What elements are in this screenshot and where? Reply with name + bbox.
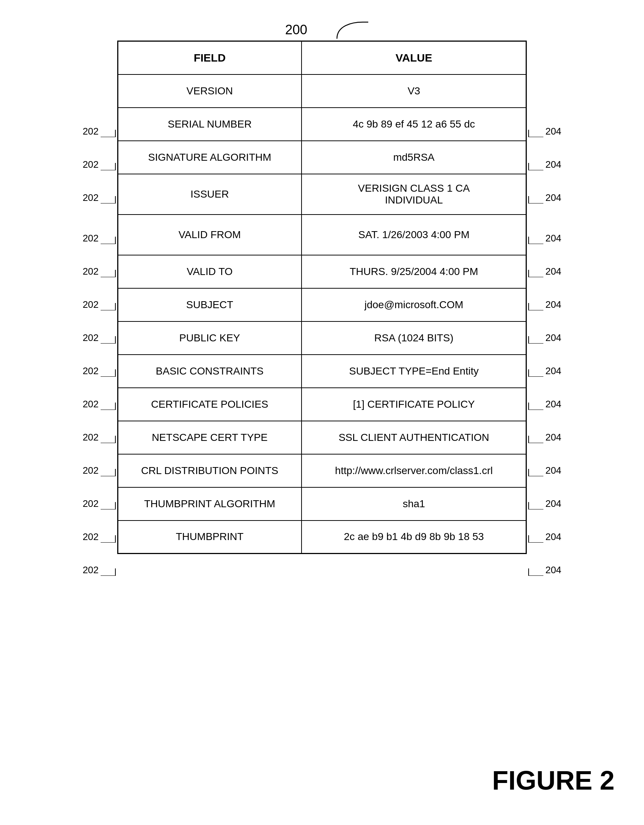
left-label-row-3: 202 <box>83 173 117 206</box>
bracket-right-13-icon <box>527 533 545 542</box>
field-issuer: ISSUER <box>117 174 301 215</box>
left-label-row-6: 202 <box>83 280 117 313</box>
field-serial-number: SERIAL NUMBER <box>117 108 301 141</box>
field-crl-distribution-points: CRL DISTRIBUTION POINTS <box>117 454 301 487</box>
right-label-row-11: 204 <box>527 446 561 479</box>
value-version: V3 <box>301 74 527 108</box>
left-label-row-12: 202 <box>83 479 117 512</box>
left-label-row-14: 202 <box>83 545 117 579</box>
table-row: SERIAL NUMBER 4c 9b 89 ef 45 12 a6 55 dc <box>117 108 527 141</box>
field-netscape-cert-type: NETSCAPE CERT TYPE <box>117 421 301 454</box>
right-label-row-3: 204 <box>527 173 561 206</box>
bracket-left-7-icon <box>99 334 117 344</box>
field-public-key: PUBLIC KEY <box>117 321 301 355</box>
value-serial-number: 4c 9b 89 ef 45 12 a6 55 dc <box>301 108 527 141</box>
value-basic-constraints: SUBJECT TYPE=End Entity <box>301 355 527 388</box>
bracket-left-4-icon <box>99 235 117 244</box>
field-thumbprint: THUMBPRINT <box>117 521 301 554</box>
left-label-row-8: 202 <box>83 346 117 380</box>
value-subject: jdoe@microsoft.COM <box>301 288 527 321</box>
value-netscape-cert-type: SSL CLIENT AUTHENTICATION <box>301 421 527 454</box>
left-label-row-11: 202 <box>83 446 117 479</box>
bracket-right-11-icon <box>527 467 545 476</box>
field-thumbprint-algorithm: THUMBPRINT ALGORITHM <box>117 487 301 521</box>
field-version: VERSION <box>117 74 301 108</box>
right-label-row-12: 204 <box>527 479 561 512</box>
table-row: SIGNATURE ALGORITHM md5RSA <box>117 141 527 174</box>
table-row: CRL DISTRIBUTION POINTS http://www.crlse… <box>117 454 527 487</box>
left-label-row-9: 202 <box>83 380 117 413</box>
bracket-left-9-icon <box>99 401 117 410</box>
table-row: ISSUER VERISIGN CLASS 1 CAINDIVIDUAL <box>117 174 527 215</box>
table-row: VALID TO THURS. 9/25/2004 4:00 PM <box>117 255 527 288</box>
right-label-row-14: 204 <box>527 545 561 579</box>
bracket-right-10-icon <box>527 434 545 443</box>
table-row: NETSCAPE CERT TYPE SSL CLIENT AUTHENTICA… <box>117 421 527 454</box>
value-signature-algorithm: md5RSA <box>301 141 527 174</box>
bracket-right-6-icon <box>527 301 545 311</box>
certificate-table: FIELD VALUE VERSION V3 SERIAL NUMBER 4c … <box>117 40 527 554</box>
arrow-200-icon <box>304 19 370 40</box>
bracket-right-2-icon <box>527 161 545 170</box>
right-label-row-13: 204 <box>527 512 561 545</box>
field-basic-constraints: BASIC CONSTRAINTS <box>117 355 301 388</box>
left-label-row-5: 202 <box>83 247 117 280</box>
bracket-left-3-icon <box>99 194 117 204</box>
right-label-row-9: 204 <box>527 380 561 413</box>
field-certificate-policies: CERTIFICATE POLICIES <box>117 388 301 421</box>
bracket-right-9-icon <box>527 401 545 410</box>
bracket-right-14-icon <box>527 567 545 576</box>
page-container: 200 202 202 202 <box>0 0 644 825</box>
field-header: FIELD <box>117 41 301 74</box>
right-label-row-7: 204 <box>527 313 561 346</box>
field-subject: SUBJECT <box>117 288 301 321</box>
left-label-row-13: 202 <box>83 512 117 545</box>
table-row: SUBJECT jdoe@microsoft.COM <box>117 288 527 321</box>
table-row: VERSION V3 <box>117 74 527 108</box>
field-signature-algorithm: SIGNATURE ALGORITHM <box>117 141 301 174</box>
table-row: VALID FROM SAT. 1/26/2003 4:00 PM <box>117 215 527 255</box>
table-row: THUMBPRINT ALGORITHM sha1 <box>117 487 527 521</box>
bracket-right-12-icon <box>527 500 545 510</box>
bracket-left-11-icon <box>99 467 117 476</box>
bracket-right-7-icon <box>527 334 545 344</box>
right-label-row-10: 204 <box>527 413 561 446</box>
bracket-right-5-icon <box>527 268 545 277</box>
bracket-left-12-icon <box>99 500 117 510</box>
right-label-row-6: 204 <box>527 280 561 313</box>
figure-label: FIGURE 2 <box>492 765 615 796</box>
value-certificate-policies: [1] CERTIFICATE POLICY <box>301 388 527 421</box>
bracket-left-5-icon <box>99 268 117 277</box>
bracket-left-2-icon <box>99 161 117 170</box>
right-label-row-2: 204 <box>527 140 561 173</box>
value-thumbprint: 2c ae b9 b1 4b d9 8b 9b 18 53 <box>301 521 527 554</box>
value-header: VALUE <box>301 41 527 74</box>
value-crl-distribution-points: http://www.crlserver.com/class1.crl <box>301 454 527 487</box>
table-row: PUBLIC KEY RSA (1024 BITS) <box>117 321 527 355</box>
right-label-row-5: 204 <box>527 247 561 280</box>
table-row: CERTIFICATE POLICIES [1] CERTIFICATE POL… <box>117 388 527 421</box>
bracket-right-1-icon <box>527 128 545 137</box>
bracket-right-8-icon <box>527 368 545 377</box>
left-label-row-4: 202 <box>83 206 117 247</box>
right-label-row-1: 204 <box>527 107 561 140</box>
value-valid-from: SAT. 1/26/2003 4:00 PM <box>301 215 527 255</box>
left-label-row-7: 202 <box>83 313 117 346</box>
right-labels-column: 204 204 204 204 <box>527 40 561 579</box>
bracket-left-6-icon <box>99 301 117 311</box>
table-row: THUMBPRINT 2c ae b9 b1 4b d9 8b 9b 18 53 <box>117 521 527 554</box>
right-label-row-4: 204 <box>527 206 561 247</box>
bracket-left-14-icon <box>99 567 117 576</box>
left-labels-column: 202 202 202 202 <box>83 40 117 579</box>
bracket-right-3-icon <box>527 194 545 204</box>
bracket-left-10-icon <box>99 434 117 443</box>
right-label-row-8: 204 <box>527 346 561 380</box>
field-valid-to: VALID TO <box>117 255 301 288</box>
left-label-row-1: 202 <box>83 107 117 140</box>
field-valid-from: VALID FROM <box>117 215 301 255</box>
table-row: BASIC CONSTRAINTS SUBJECT TYPE=End Entit… <box>117 355 527 388</box>
bracket-left-8-icon <box>99 368 117 377</box>
value-thumbprint-algorithm: sha1 <box>301 487 527 521</box>
left-label-row-2: 202 <box>83 140 117 173</box>
value-public-key: RSA (1024 BITS) <box>301 321 527 355</box>
